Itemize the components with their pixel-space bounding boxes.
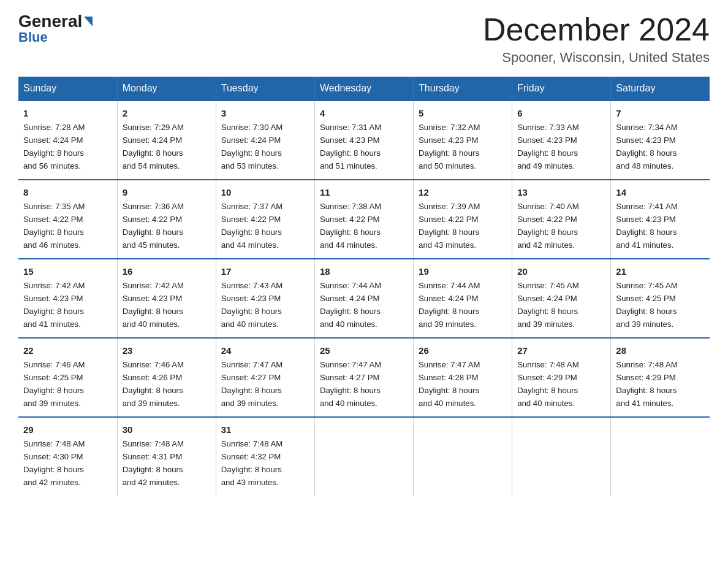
day-cell: 6Sunrise: 7:33 AMSunset: 4:23 PMDaylight… bbox=[512, 101, 611, 180]
day-cell: 15Sunrise: 7:42 AMSunset: 4:23 PMDayligh… bbox=[18, 259, 117, 338]
day-number: 29 bbox=[23, 423, 112, 437]
day-cell bbox=[414, 417, 512, 496]
day-cell: 21Sunrise: 7:45 AMSunset: 4:25 PMDayligh… bbox=[611, 259, 710, 338]
day-info: Sunrise: 7:31 AMSunset: 4:23 PMDaylight:… bbox=[320, 123, 381, 170]
day-cell: 14Sunrise: 7:41 AMSunset: 4:23 PMDayligh… bbox=[611, 180, 710, 259]
day-cell: 19Sunrise: 7:44 AMSunset: 4:24 PMDayligh… bbox=[414, 259, 512, 338]
day-info: Sunrise: 7:32 AMSunset: 4:23 PMDaylight:… bbox=[419, 123, 480, 170]
day-number: 5 bbox=[419, 106, 507, 120]
day-cell: 13Sunrise: 7:40 AMSunset: 4:22 PMDayligh… bbox=[512, 180, 611, 259]
logo: General Blue bbox=[18, 12, 93, 45]
main-title: December 2024 bbox=[483, 12, 710, 47]
day-cell bbox=[611, 417, 710, 496]
day-info: Sunrise: 7:48 AMSunset: 4:30 PMDaylight:… bbox=[23, 439, 85, 487]
day-info: Sunrise: 7:44 AMSunset: 4:24 PMDaylight:… bbox=[419, 281, 480, 329]
day-cell: 17Sunrise: 7:43 AMSunset: 4:23 PMDayligh… bbox=[216, 259, 314, 338]
day-cell: 24Sunrise: 7:47 AMSunset: 4:27 PMDayligh… bbox=[216, 338, 314, 417]
day-number: 6 bbox=[517, 106, 605, 120]
day-info: Sunrise: 7:45 AMSunset: 4:24 PMDaylight:… bbox=[517, 281, 578, 329]
day-number: 15 bbox=[23, 264, 112, 278]
day-cell: 12Sunrise: 7:39 AMSunset: 4:22 PMDayligh… bbox=[414, 180, 512, 259]
day-cell: 11Sunrise: 7:38 AMSunset: 4:22 PMDayligh… bbox=[314, 180, 413, 259]
day-cell: 1Sunrise: 7:28 AMSunset: 4:24 PMDaylight… bbox=[18, 101, 117, 180]
day-info: Sunrise: 7:36 AMSunset: 4:22 PMDaylight:… bbox=[123, 202, 184, 250]
day-info: Sunrise: 7:39 AMSunset: 4:22 PMDaylight:… bbox=[419, 202, 480, 250]
day-number: 23 bbox=[123, 343, 211, 358]
day-number: 14 bbox=[616, 185, 705, 199]
day-cell: 2Sunrise: 7:29 AMSunset: 4:24 PMDaylight… bbox=[117, 101, 216, 180]
day-cell: 3Sunrise: 7:30 AMSunset: 4:24 PMDaylight… bbox=[216, 101, 314, 180]
day-number: 8 bbox=[23, 185, 112, 199]
day-number: 16 bbox=[123, 264, 211, 278]
page-header: General Blue December 2024 Spooner, Wisc… bbox=[18, 12, 710, 66]
week-row-5: 29Sunrise: 7:48 AMSunset: 4:30 PMDayligh… bbox=[18, 417, 710, 496]
calendar-table: SundayMondayTuesdayWednesdayThursdayFrid… bbox=[18, 77, 710, 496]
day-info: Sunrise: 7:46 AMSunset: 4:25 PMDaylight:… bbox=[23, 360, 85, 408]
day-cell: 28Sunrise: 7:48 AMSunset: 4:29 PMDayligh… bbox=[611, 338, 710, 417]
day-cell bbox=[512, 417, 611, 496]
header-thursday: Thursday bbox=[414, 77, 512, 101]
day-cell: 4Sunrise: 7:31 AMSunset: 4:23 PMDaylight… bbox=[314, 101, 413, 180]
day-cell: 8Sunrise: 7:35 AMSunset: 4:22 PMDaylight… bbox=[18, 180, 117, 259]
day-cell: 7Sunrise: 7:34 AMSunset: 4:23 PMDaylight… bbox=[611, 101, 710, 180]
day-number: 10 bbox=[221, 185, 309, 199]
day-number: 9 bbox=[123, 185, 211, 199]
day-info: Sunrise: 7:29 AMSunset: 4:24 PMDaylight:… bbox=[123, 123, 184, 170]
day-info: Sunrise: 7:45 AMSunset: 4:25 PMDaylight:… bbox=[616, 281, 677, 329]
header-tuesday: Tuesday bbox=[216, 77, 314, 101]
day-info: Sunrise: 7:46 AMSunset: 4:26 PMDaylight:… bbox=[123, 360, 184, 408]
week-row-4: 22Sunrise: 7:46 AMSunset: 4:25 PMDayligh… bbox=[18, 338, 710, 417]
day-number: 31 bbox=[221, 423, 309, 437]
week-row-1: 1Sunrise: 7:28 AMSunset: 4:24 PMDaylight… bbox=[18, 101, 710, 180]
day-cell: 18Sunrise: 7:44 AMSunset: 4:24 PMDayligh… bbox=[314, 259, 413, 338]
day-info: Sunrise: 7:33 AMSunset: 4:23 PMDaylight:… bbox=[517, 123, 578, 170]
day-number: 24 bbox=[221, 343, 309, 358]
week-row-3: 15Sunrise: 7:42 AMSunset: 4:23 PMDayligh… bbox=[18, 259, 710, 338]
logo-text-blue: Blue bbox=[18, 30, 93, 45]
day-cell: 31Sunrise: 7:48 AMSunset: 4:32 PMDayligh… bbox=[216, 417, 314, 496]
day-info: Sunrise: 7:48 AMSunset: 4:32 PMDaylight:… bbox=[221, 439, 282, 487]
day-cell bbox=[314, 417, 413, 496]
day-number: 2 bbox=[123, 106, 211, 120]
day-number: 17 bbox=[221, 264, 309, 278]
day-number: 18 bbox=[320, 264, 408, 278]
day-cell: 10Sunrise: 7:37 AMSunset: 4:22 PMDayligh… bbox=[216, 180, 314, 259]
logo-arrow-icon bbox=[84, 17, 93, 26]
day-info: Sunrise: 7:48 AMSunset: 4:31 PMDaylight:… bbox=[123, 439, 184, 487]
day-number: 22 bbox=[23, 343, 112, 358]
day-number: 1 bbox=[23, 106, 112, 120]
day-number: 21 bbox=[616, 264, 705, 278]
day-cell: 27Sunrise: 7:48 AMSunset: 4:29 PMDayligh… bbox=[512, 338, 611, 417]
day-number: 4 bbox=[320, 106, 408, 120]
day-cell: 25Sunrise: 7:47 AMSunset: 4:27 PMDayligh… bbox=[314, 338, 413, 417]
day-cell: 9Sunrise: 7:36 AMSunset: 4:22 PMDaylight… bbox=[117, 180, 216, 259]
day-cell: 5Sunrise: 7:32 AMSunset: 4:23 PMDaylight… bbox=[414, 101, 512, 180]
header-sunday: Sunday bbox=[18, 77, 117, 101]
day-number: 12 bbox=[419, 185, 507, 199]
header-wednesday: Wednesday bbox=[314, 77, 413, 101]
header-saturday: Saturday bbox=[611, 77, 710, 101]
day-number: 30 bbox=[123, 423, 211, 437]
day-info: Sunrise: 7:28 AMSunset: 4:24 PMDaylight:… bbox=[23, 123, 85, 170]
day-number: 11 bbox=[320, 185, 408, 199]
day-cell: 16Sunrise: 7:42 AMSunset: 4:23 PMDayligh… bbox=[117, 259, 216, 338]
day-number: 27 bbox=[517, 343, 605, 358]
day-info: Sunrise: 7:44 AMSunset: 4:24 PMDaylight:… bbox=[320, 281, 381, 329]
day-info: Sunrise: 7:43 AMSunset: 4:23 PMDaylight:… bbox=[221, 281, 282, 329]
day-info: Sunrise: 7:47 AMSunset: 4:27 PMDaylight:… bbox=[320, 360, 381, 408]
day-info: Sunrise: 7:47 AMSunset: 4:27 PMDaylight:… bbox=[221, 360, 282, 408]
day-number: 26 bbox=[419, 343, 507, 358]
day-info: Sunrise: 7:48 AMSunset: 4:29 PMDaylight:… bbox=[517, 360, 578, 408]
day-cell: 30Sunrise: 7:48 AMSunset: 4:31 PMDayligh… bbox=[117, 417, 216, 496]
day-cell: 20Sunrise: 7:45 AMSunset: 4:24 PMDayligh… bbox=[512, 259, 611, 338]
header-friday: Friday bbox=[512, 77, 611, 101]
day-cell: 26Sunrise: 7:47 AMSunset: 4:28 PMDayligh… bbox=[414, 338, 512, 417]
logo-text-general: General bbox=[18, 12, 82, 31]
day-info: Sunrise: 7:41 AMSunset: 4:23 PMDaylight:… bbox=[616, 202, 677, 250]
week-row-2: 8Sunrise: 7:35 AMSunset: 4:22 PMDaylight… bbox=[18, 180, 710, 259]
day-info: Sunrise: 7:40 AMSunset: 4:22 PMDaylight:… bbox=[517, 202, 578, 250]
day-cell: 22Sunrise: 7:46 AMSunset: 4:25 PMDayligh… bbox=[18, 338, 117, 417]
day-number: 20 bbox=[517, 264, 605, 278]
day-cell: 29Sunrise: 7:48 AMSunset: 4:30 PMDayligh… bbox=[18, 417, 117, 496]
day-number: 25 bbox=[320, 343, 408, 358]
